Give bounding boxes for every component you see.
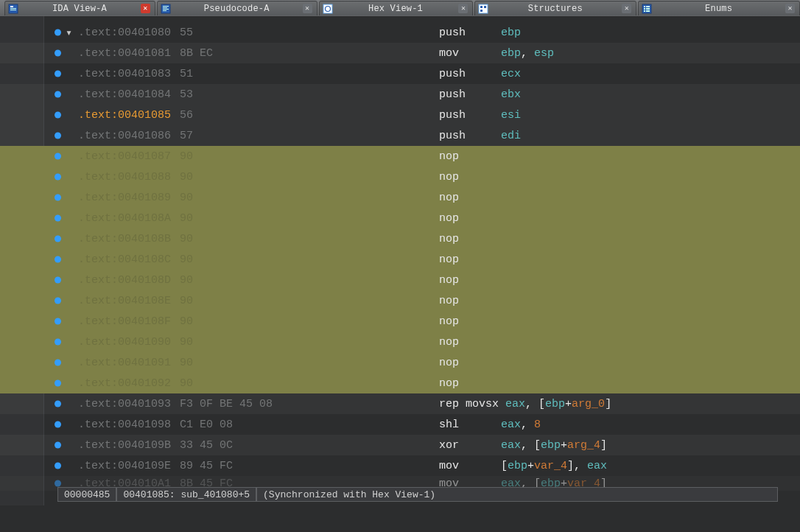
svg-rect-13 bbox=[484, 6, 486, 8]
asm-line[interactable]: .text:00401093F3 0F BE 45 08rep movsx ea… bbox=[0, 393, 800, 414]
breakpoint-dot[interactable] bbox=[55, 256, 61, 263]
svg-rect-12 bbox=[480, 6, 483, 8]
bytes: 57 bbox=[180, 130, 193, 142]
asm-line[interactable]: .text:0040108F90nop bbox=[0, 311, 800, 332]
mnemonic: nop bbox=[439, 377, 459, 390]
collapse-icon[interactable]: ▾ bbox=[66, 26, 72, 40]
address: .text:00401092 bbox=[78, 377, 171, 390]
mnemonic: shl bbox=[439, 419, 459, 431]
breakpoint-dot[interactable] bbox=[55, 236, 61, 242]
asm-line[interactable]: .text:0040108B90nop bbox=[0, 228, 800, 249]
close-icon[interactable]: ✕ bbox=[622, 4, 631, 13]
breakpoint-dot[interactable] bbox=[55, 277, 61, 284]
breakpoint-dot[interactable] bbox=[55, 133, 61, 139]
tab-label: Hex View-1 bbox=[337, 4, 455, 14]
address: .text:00401080 bbox=[78, 27, 171, 39]
asm-line[interactable]: .text:0040108E90nop bbox=[0, 290, 800, 311]
address: .text:0040109B bbox=[78, 439, 171, 452]
svg-rect-21 bbox=[646, 10, 650, 12]
breakpoint-dot[interactable] bbox=[55, 153, 61, 160]
disassembly-view[interactable]: ▾.text:0040108055pushebp.text:004010818B… bbox=[0, 16, 800, 532]
tab-pseudocode-a[interactable]: Pseudocode-A✕ bbox=[157, 1, 317, 15]
bytes: 89 45 FC bbox=[180, 460, 233, 472]
svg-rect-11 bbox=[479, 4, 488, 13]
asm-line[interactable]: .text:0040108556pushesi bbox=[0, 105, 800, 125]
address: .text:0040108F bbox=[78, 315, 171, 328]
mnemonic: push bbox=[439, 27, 466, 39]
bytes: C1 E0 08 bbox=[180, 419, 233, 431]
mnemonic: nop bbox=[439, 295, 459, 307]
breakpoint-dot[interactable] bbox=[55, 360, 61, 366]
breakpoint-dot[interactable] bbox=[55, 112, 61, 119]
close-icon[interactable]: ✕ bbox=[458, 4, 468, 13]
breakpoint-dot[interactable] bbox=[55, 380, 61, 387]
bytes: 90 bbox=[180, 192, 193, 204]
asm-line[interactable]: .text:0040108A90nop bbox=[0, 208, 800, 228]
asm-line[interactable]: .text:0040109090nop bbox=[0, 332, 800, 352]
breakpoint-dot[interactable] bbox=[55, 298, 61, 304]
tab-label: Pseudocode-A bbox=[175, 4, 298, 14]
asm-line[interactable]: .text:0040108C90nop bbox=[0, 249, 800, 270]
breakpoint-dot[interactable] bbox=[55, 174, 61, 181]
asm-line[interactable]: .text:00401098C1 E0 08shleax, 8 bbox=[0, 414, 800, 435]
close-icon[interactable]: ✕ bbox=[785, 4, 795, 13]
bottom-area bbox=[0, 505, 800, 532]
bytes: 53 bbox=[180, 88, 193, 101]
asm-line[interactable]: .text:0040109190nop bbox=[0, 352, 800, 373]
bytes: 8B EC bbox=[180, 47, 213, 60]
mnemonic: push bbox=[439, 68, 466, 80]
operands: edi bbox=[501, 130, 521, 142]
asm-line[interactable]: .text:0040109E89 45 FCmov[ebp+var_4], ea… bbox=[0, 455, 800, 476]
asm-line[interactable]: .text:0040108890nop bbox=[0, 167, 800, 187]
asm-line[interactable]: .text:0040108657pushedi bbox=[0, 125, 800, 146]
tab-enums[interactable]: Enums✕ bbox=[638, 1, 800, 15]
enum-icon bbox=[642, 4, 652, 14]
close-icon[interactable]: ✕ bbox=[141, 4, 150, 13]
mnemonic: push bbox=[439, 109, 466, 122]
breakpoint-dot[interactable] bbox=[55, 29, 61, 36]
asm-line[interactable]: ▾.text:0040108055pushebp bbox=[0, 22, 800, 43]
bytes: 90 bbox=[180, 295, 193, 307]
breakpoint-dot[interactable] bbox=[55, 215, 61, 222]
asm-line[interactable]: .text:004010818B ECmovebp, esp bbox=[0, 43, 800, 63]
asm-line[interactable]: .text:0040108351pushecx bbox=[0, 63, 800, 84]
asm-line[interactable]: .text:0040108790nop bbox=[0, 146, 800, 167]
svg-rect-14 bbox=[480, 10, 483, 12]
breakpoint-dot[interactable] bbox=[55, 318, 61, 325]
tab-label: Structures bbox=[493, 4, 617, 14]
asm-line[interactable]: .text:0040108453pushebx bbox=[0, 84, 800, 105]
breakpoint-dot[interactable] bbox=[55, 401, 61, 407]
bytes: 90 bbox=[180, 336, 193, 349]
address: .text:00401084 bbox=[78, 88, 171, 101]
svg-rect-19 bbox=[646, 8, 650, 10]
breakpoint-dot[interactable] bbox=[55, 442, 61, 449]
mnemonic: rep movsx eax, [ebp+arg_0] bbox=[439, 398, 611, 410]
breakpoint-dot[interactable] bbox=[55, 339, 61, 346]
address: .text:0040108E bbox=[78, 295, 171, 307]
asm-line[interactable]: .text:0040109290nop bbox=[0, 373, 800, 393]
breakpoint-dot[interactable] bbox=[55, 71, 61, 77]
mnemonic: nop bbox=[439, 253, 459, 266]
close-icon[interactable]: ✕ bbox=[303, 4, 312, 13]
address: .text:00401087 bbox=[78, 150, 171, 163]
asm-line[interactable]: .text:0040108D90nop bbox=[0, 270, 800, 290]
breakpoint-dot[interactable] bbox=[55, 195, 61, 201]
svg-rect-18 bbox=[644, 8, 645, 10]
breakpoint-dot[interactable] bbox=[55, 421, 61, 428]
mnemonic: nop bbox=[439, 150, 459, 163]
svg-rect-2 bbox=[10, 8, 16, 9]
breakpoint-dot[interactable] bbox=[55, 463, 61, 469]
tab-ida-view-a[interactable]: IDA View-A✕ bbox=[4, 1, 155, 15]
status-location: 00401085: sub_401080+5 bbox=[116, 487, 256, 502]
mnemonic: nop bbox=[439, 233, 459, 245]
tab-structures[interactable]: Structures✕ bbox=[474, 1, 636, 15]
asm-line[interactable]: .text:0040108990nop bbox=[0, 187, 800, 208]
bytes: 55 bbox=[180, 27, 193, 39]
tab-hex-view-1[interactable]: Hex View-1✕ bbox=[319, 1, 474, 15]
breakpoint-dot[interactable] bbox=[55, 50, 61, 57]
operands: ebp, esp bbox=[501, 47, 554, 60]
breakpoint-dot[interactable] bbox=[55, 91, 61, 98]
bytes: 90 bbox=[180, 150, 193, 163]
asm-line[interactable]: .text:0040109B33 45 0Cxoreax, [ebp+arg_4… bbox=[0, 435, 800, 455]
svg-rect-7 bbox=[163, 9, 169, 10]
